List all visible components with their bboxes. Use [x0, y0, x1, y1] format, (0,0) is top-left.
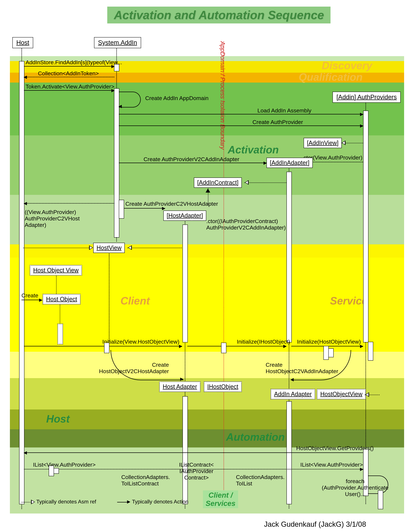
- msg-create-c2v: Create AuthProviderC2VHostAdapter: [125, 201, 218, 207]
- msg-create-appdomain: Create AddIn AppDomain: [145, 95, 209, 101]
- dotted-contract-adapter: [244, 182, 286, 183]
- msg-view-auth-c2v: ((View.AuthProvider) AuthProviderC2VHost…: [25, 209, 80, 228]
- activation-authprov: [363, 111, 368, 342]
- diagram-canvas: Activation and Automation Sequence AppDo…: [0, 0, 414, 532]
- legend-dotted: [21, 502, 31, 503]
- msg-ctor-iauth: .ctor((IAuthProviderContract) AuthProvid…: [206, 218, 286, 231]
- act-ha-bottom: [183, 396, 188, 504]
- act-ret-1b: [54, 468, 59, 474]
- activation-addin-adapter: [286, 172, 292, 342]
- activation-host: [19, 61, 24, 504]
- tri-contract: [245, 180, 249, 185]
- label-qualification: Qualification: [299, 71, 363, 83]
- msg-ilist-left: IList<View.AuthProvider>: [33, 462, 96, 468]
- arrow-create-c2v: [124, 208, 165, 209]
- arc-hoc2v-arrow: [290, 378, 294, 381]
- legend-solid: [117, 502, 127, 503]
- msg-init-ihost: Initialize(IHostObject): [237, 339, 290, 345]
- tri-addinview: [341, 141, 346, 145]
- page-title: Activation and Automation Sequence: [107, 7, 331, 23]
- obj-host-object: Host Object: [43, 294, 81, 304]
- legend-action: Typically denotes Action: [132, 499, 188, 505]
- msg-find-addins: AddInStore.FindAddIn[s](typeof(View...: [26, 59, 122, 66]
- lifeline-hostview: [109, 253, 109, 343]
- legend-dotted-tri: [31, 500, 35, 504]
- arrow-return-view-auth: [24, 203, 114, 204]
- arrow-create-v2c: [119, 163, 267, 163]
- arrow-init-view-hov: [24, 346, 182, 346]
- msg-create-v2c: Create AuthProviderV2CAddInAdapter: [144, 156, 239, 162]
- msg-init-hov: Initialize(HostObjectView): [297, 339, 361, 345]
- arrow-create-host-object: [21, 300, 42, 300]
- arc-hov2c-arrow: [180, 378, 184, 381]
- hov-vline: [56, 276, 57, 294]
- band-y1: [10, 244, 404, 257]
- msg-ilistcontract: IListContract< IAuthProvider Contract>: [179, 462, 214, 481]
- msg-init-view-hov: Initialize(View.HostObjectView): [102, 339, 179, 345]
- tri-hostview-l: [89, 245, 93, 250]
- msg-toilist-contract: CollectionAdapters. ToIListContract: [121, 474, 170, 487]
- arrow-collection-token: [24, 77, 114, 77]
- selfloop-appdomain: [119, 92, 141, 107]
- act-boundary-init: [221, 343, 226, 353]
- label-discovery: Discovery: [322, 59, 372, 72]
- msg-token-activate: Token.Activate<View.AuthProvider>: [26, 83, 114, 90]
- label-client: Client: [120, 295, 150, 307]
- arrow-token-activate: [24, 90, 114, 91]
- activation-host-adapter: [183, 225, 188, 342]
- activation-authprov-inner: [368, 342, 373, 361]
- obj-host-object-view2: HostObjectView: [317, 389, 366, 399]
- label-service: Service: [330, 295, 368, 307]
- label-client-services: Client / Services: [203, 490, 238, 508]
- arrow-getproviders: [24, 452, 363, 453]
- lifeline-system-addin: System.AddIn: [94, 37, 141, 48]
- legend-asm-ref: Typically denotes Asm ref: [36, 499, 96, 505]
- msg-load-assembly: Load AddIn Assembly: [258, 107, 311, 114]
- dotted-hostview-ha: [127, 248, 182, 248]
- lifeline-host: Host: [12, 37, 33, 48]
- obj-host-adapter2: Host Adapter: [159, 381, 201, 392]
- act-hv-init: [104, 343, 109, 353]
- band-automation: [10, 429, 404, 447]
- arrow-find-addins: [24, 66, 114, 66]
- tri-ha-contract: [206, 189, 210, 192]
- act-ret-1: [49, 466, 54, 476]
- obj-host-view: HostView: [93, 243, 125, 253]
- msg-toilist: CollectionAdapters. ToIList: [236, 474, 285, 487]
- arrow-load-assembly: [119, 114, 363, 114]
- credit: Jack Gudenkauf (JackG) 3/1/08: [264, 520, 366, 528]
- legend-solid-arrow: [127, 500, 130, 504]
- msg-ilist-right: IList<View.AuthProvider>: [300, 462, 363, 468]
- arrow-create-authprovider: [119, 125, 363, 126]
- obj-addin-view: [AddInView]: [304, 138, 342, 148]
- activation-sys-2b: [119, 200, 124, 218]
- obj-host-object-view: Host Object View: [30, 265, 82, 276]
- dotted-host-hostview: [23, 248, 92, 248]
- obj-addin-adapter: [AddInAdapter]: [267, 158, 313, 168]
- obj-host-adapter: [HostAdapter]: [163, 210, 206, 221]
- label-activation: Activation: [228, 144, 279, 156]
- label-automation: Automation: [226, 431, 285, 443]
- label-host: Host: [46, 413, 70, 425]
- msg-getproviders: HostObjectView.GetProviders(): [296, 445, 374, 451]
- obj-addin-adapter2: AddIn Adapter: [271, 389, 315, 399]
- ho-activation: [57, 324, 63, 344]
- activation-sys-2: [114, 88, 119, 238]
- msg-create-label: Create: [21, 292, 38, 299]
- obj-ihost-object: IHostObject: [204, 381, 242, 392]
- lifeline-auth-providers: [Addin] AuthProviders: [332, 92, 401, 103]
- msg-collection-token: Collection<AddInToken>: [38, 70, 99, 77]
- obj-addin-contract: [AddInContract]: [194, 178, 242, 188]
- tri-hostview-r: [128, 245, 132, 250]
- msg-create-authprovider: Create AuthProvider: [252, 119, 303, 125]
- tri-hov2: [365, 392, 369, 397]
- arrow-init-ihost: [187, 346, 286, 346]
- act-foreach: [378, 490, 383, 509]
- isolation-boundary-label: AppDomain / Process Isolation Boundary: [219, 41, 226, 150]
